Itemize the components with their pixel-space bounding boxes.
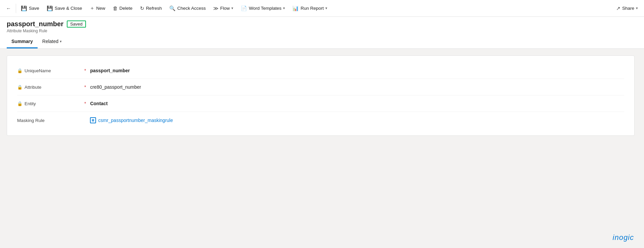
- related-chevron-icon: ▾: [60, 39, 62, 44]
- field-entity: 🔒 Entity * Contact: [17, 95, 624, 112]
- tab-related[interactable]: Related ▾: [38, 36, 66, 48]
- new-icon: ＋: [90, 5, 95, 11]
- record-title-row: passport_number Saved: [7, 20, 637, 28]
- word-templates-chevron-icon: ▾: [283, 6, 285, 10]
- entity-value: Contact: [90, 101, 624, 106]
- flow-button[interactable]: ≫ Flow ▾: [210, 3, 237, 13]
- field-masking-rule: Masking Rule * ⊞ csmr_passportnumber_mas…: [17, 112, 624, 129]
- toolbar-divider-1: [16, 4, 16, 13]
- entity-label: 🔒 Entity: [17, 101, 84, 106]
- tab-summary[interactable]: Summary: [7, 36, 38, 48]
- word-templates-button[interactable]: 📄 Word Templates ▾: [237, 3, 288, 13]
- unique-name-value: passport_number: [90, 68, 624, 73]
- refresh-button[interactable]: ↻ Refresh: [137, 3, 165, 13]
- refresh-icon: ↻: [140, 5, 144, 11]
- tab-related-label: Related: [42, 39, 58, 44]
- flow-icon: ≫: [213, 5, 219, 11]
- share-label: Share: [622, 6, 634, 11]
- record-subtitle: Attribute Masking Rule: [7, 29, 637, 33]
- save-icon: 💾: [21, 5, 27, 11]
- save-close-icon: 💾: [47, 5, 53, 11]
- new-label: New: [96, 6, 105, 11]
- main-content: 🔒 UniqueName * passport_number 🔒 Attribu…: [0, 49, 644, 248]
- record-title: passport_number: [7, 20, 63, 28]
- share-chevron-icon: ▾: [636, 6, 638, 10]
- attribute-value: cre80_passport_number: [90, 84, 624, 90]
- check-access-label: Check Access: [177, 6, 206, 11]
- save-label: Save: [29, 6, 39, 11]
- masking-rule-spacer: *: [84, 118, 86, 123]
- toolbar: ← 💾 Save 💾 Save & Close ＋ New 🗑 Delete ↻…: [0, 0, 644, 17]
- unique-name-lock-icon: 🔒: [17, 68, 22, 73]
- check-access-button[interactable]: 🔍 Check Access: [166, 3, 209, 13]
- back-button[interactable]: ←: [3, 3, 14, 13]
- attribute-required: *: [84, 84, 86, 90]
- field-unique-name: 🔒 UniqueName * passport_number: [17, 63, 624, 79]
- masking-rule-label: Masking Rule: [17, 118, 84, 123]
- refresh-label: Refresh: [146, 6, 162, 11]
- share-button[interactable]: ↗ Share ▾: [613, 3, 641, 13]
- run-report-button[interactable]: 📊 Run Report ▾: [289, 3, 331, 13]
- attribute-label: 🔒 Attribute: [17, 85, 84, 90]
- form-card: 🔒 UniqueName * passport_number 🔒 Attribu…: [7, 55, 635, 136]
- flow-chevron-icon: ▾: [231, 6, 233, 10]
- record-header: passport_number Saved Attribute Masking …: [0, 17, 644, 49]
- entity-lock-icon: 🔒: [17, 101, 22, 106]
- check-access-icon: 🔍: [169, 5, 176, 11]
- delete-button[interactable]: 🗑 Delete: [109, 3, 136, 13]
- field-attribute: 🔒 Attribute * cre80_passport_number: [17, 79, 624, 95]
- word-templates-icon: 📄: [241, 5, 247, 11]
- flow-label: Flow: [220, 6, 230, 11]
- save-close-button[interactable]: 💾 Save & Close: [43, 3, 86, 13]
- tab-summary-label: Summary: [11, 39, 33, 44]
- new-button[interactable]: ＋ New: [86, 3, 109, 13]
- masking-rule-link-icon: ⊞: [90, 117, 96, 123]
- entity-required: *: [84, 101, 86, 106]
- unique-name-label: 🔒 UniqueName: [17, 68, 84, 73]
- masking-rule-value[interactable]: ⊞ csmr_passportnumber_maskingrule: [90, 117, 624, 123]
- unique-name-required: *: [84, 68, 86, 73]
- back-icon: ←: [6, 5, 11, 11]
- save-button[interactable]: 💾 Save: [17, 3, 43, 13]
- word-templates-label: Word Templates: [249, 6, 281, 11]
- run-report-label: Run Report: [301, 6, 324, 11]
- saved-badge: Saved: [67, 20, 86, 28]
- run-report-chevron-icon: ▾: [325, 6, 327, 10]
- delete-label: Delete: [120, 6, 133, 11]
- tabs-row: Summary Related ▾: [7, 36, 637, 48]
- save-close-label: Save & Close: [55, 6, 82, 11]
- share-icon: ↗: [616, 5, 620, 11]
- run-report-icon: 📊: [292, 5, 299, 11]
- attribute-lock-icon: 🔒: [17, 85, 22, 90]
- delete-icon: 🗑: [113, 5, 118, 11]
